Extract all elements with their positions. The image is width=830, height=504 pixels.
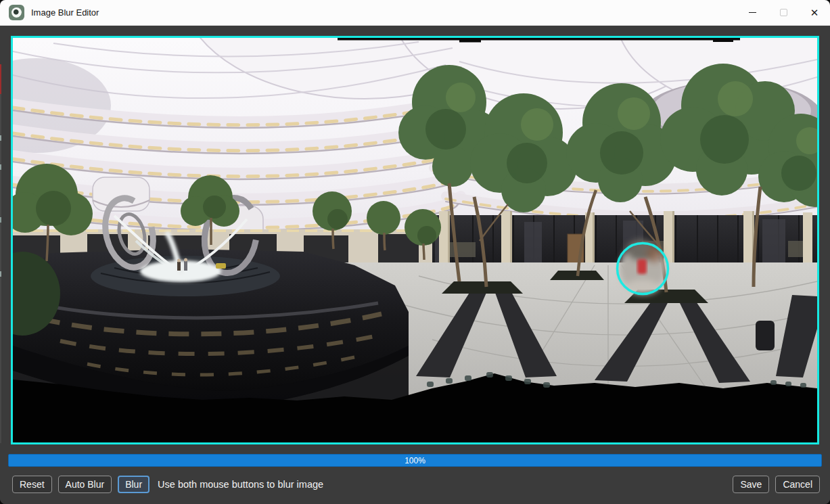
panorama-image <box>13 38 817 442</box>
minimize-icon <box>749 12 756 13</box>
maximize-icon <box>780 9 787 16</box>
reset-button[interactable]: Reset <box>12 476 52 493</box>
blur-button[interactable]: Blur <box>118 476 149 493</box>
progress-bar: 100% <box>8 454 822 467</box>
toolbar: Reset Auto Blur Blur Use both mouse butt… <box>12 475 820 494</box>
maximize-button[interactable] <box>768 0 799 25</box>
window-title: Image Blur Editor <box>31 7 99 18</box>
toolbar-hint: Use both mouse buttons to blur image <box>158 479 323 490</box>
minimize-button[interactable] <box>737 0 768 25</box>
cancel-button[interactable]: Cancel <box>775 476 820 493</box>
lens-icon <box>11 7 22 18</box>
screen-edge-artifact <box>0 64 1 443</box>
titlebar[interactable]: Image Blur Editor ✕ <box>0 0 830 26</box>
window-controls: ✕ <box>737 0 830 25</box>
close-icon: ✕ <box>810 7 819 18</box>
auto-blur-button[interactable]: Auto Blur <box>58 476 112 493</box>
progress-label: 100% <box>405 456 425 465</box>
editor-content: 100% Reset Auto Blur Blur Use both mouse… <box>0 26 830 504</box>
panorama-canvas[interactable] <box>11 36 819 444</box>
close-button[interactable]: ✕ <box>799 0 830 25</box>
app-window: Image Blur Editor ✕ <box>0 0 830 504</box>
app-icon <box>9 5 24 20</box>
save-button[interactable]: Save <box>733 476 769 493</box>
